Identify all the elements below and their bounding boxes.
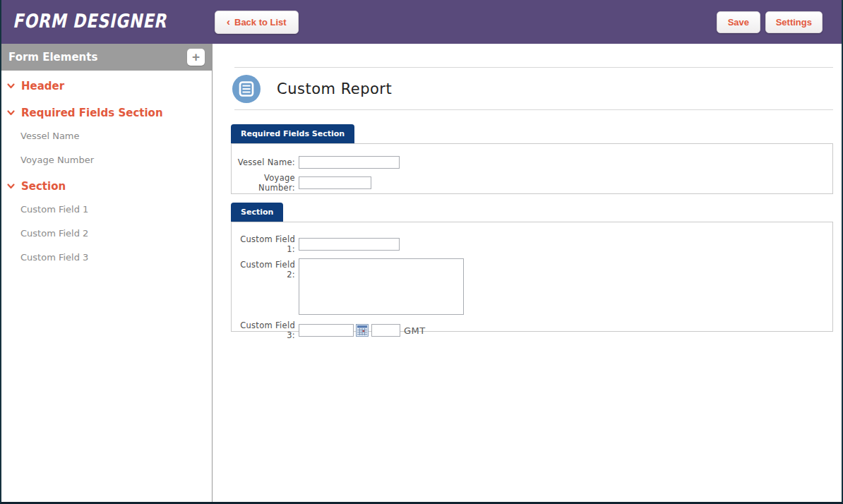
vessel-name-label: Vessel Name: [232,157,299,167]
voyage-number-label: Voyage Number: [232,173,299,193]
custom-field-1-input[interactable] [299,238,400,251]
tab-section: Section [231,203,283,222]
save-button[interactable]: Save [717,11,760,33]
section-panel: Custom Field 1: Custom Field 2: Custom F… [231,222,833,332]
back-to-list-label: Back to List [234,17,287,28]
top-bar: FORM DESIGNER ‹ Back to List Save Settin… [1,0,842,44]
voyage-number-row: Voyage Number: [232,173,832,193]
form-elements-sidebar: Form Elements + Header Required Fields S… [1,44,213,502]
back-chevron-icon: ‹ [227,16,230,27]
custom-field-1-row: Custom Field 1: [232,234,832,254]
custom-field-3-date-input[interactable] [299,324,354,337]
back-to-list-button[interactable]: ‹ Back to List [215,11,299,34]
tree-item-voyage-number[interactable]: Voyage Number [1,154,212,165]
tree-item-custom-field-1[interactable]: Custom Field 1 [1,203,212,215]
custom-field-2-row: Custom Field 2: [232,258,832,315]
tree-item-required-fields-section[interactable]: Required Fields Section [1,106,212,120]
form-designer-window: FORM DESIGNER ‹ Back to List Save Settin… [0,0,843,504]
calendar-picker-button[interactable] [356,324,369,337]
tree-item-label: Required Fields Section [21,107,163,119]
chevron-down-icon [7,110,15,116]
tree-item-custom-field-2[interactable]: Custom Field 2 [1,227,212,239]
report-document-icon [232,75,261,103]
tree-item-custom-field-3[interactable]: Custom Field 3 [1,251,212,263]
custom-field-2-label: Custom Field 2: [232,258,299,280]
required-fields-panel: Vessel Name: Voyage Number: [231,143,833,194]
tree-item-label: Section [21,180,66,193]
tree-item-header[interactable]: Header [1,79,212,93]
tree-item-label: Header [21,80,64,92]
custom-field-1-label: Custom Field 1: [232,234,299,254]
vessel-name-row: Vessel Name: [232,156,832,169]
report-title: Custom Report [277,80,392,97]
sidebar-title: Form Elements [8,51,97,64]
tree-item-vessel-name[interactable]: Vessel Name [1,130,212,141]
divider [234,67,833,68]
report-header: Custom Report [232,75,392,103]
chevron-down-icon [7,184,15,189]
timezone-label: GMT [404,325,426,336]
form-elements-tree: Header Required Fields Section Vessel Na… [1,71,212,263]
custom-field-2-textarea[interactable] [299,258,464,315]
tree-item-section[interactable]: Section [1,179,212,193]
app-title: FORM DESIGNER [13,10,167,32]
vessel-name-input[interactable] [299,156,400,169]
voyage-number-input[interactable] [299,176,371,189]
custom-field-3-row: Custom Field 3: [232,320,832,340]
add-element-button[interactable]: + [187,49,205,66]
settings-button[interactable]: Settings [765,11,823,33]
tab-required-fields-section: Required Fields Section [231,124,354,143]
custom-field-3-label: Custom Field 3: [232,320,299,340]
sidebar-header: Form Elements + [1,44,212,71]
form-preview-area: Custom Report Required Fields Section Ve… [213,44,842,502]
divider [234,109,833,110]
custom-field-3-time-input[interactable] [371,324,400,337]
chevron-down-icon [7,83,15,89]
